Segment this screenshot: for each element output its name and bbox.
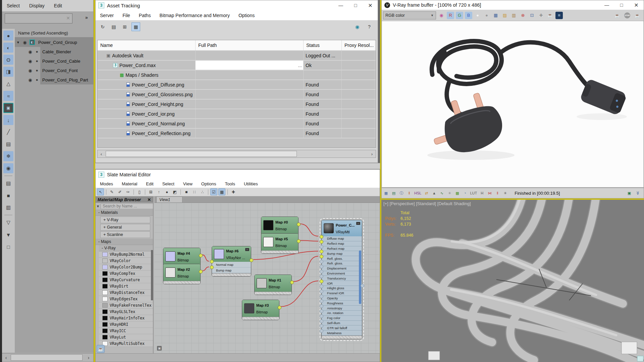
browser-map-vrayglsltex[interactable]: VRayGLSLTex bbox=[99, 309, 153, 315]
browser-map-vraydirt[interactable]: VRayDirt bbox=[99, 283, 153, 290]
visibility-eye-icon[interactable]: ◉ bbox=[27, 68, 34, 73]
display-frozen-objects-button[interactable]: ❄ bbox=[3, 151, 13, 161]
pixel-info-button[interactable]: ⓘ bbox=[398, 190, 405, 196]
duplicate-to-host-button[interactable]: ⊡ bbox=[528, 12, 536, 19]
input-socket-reflect-map[interactable] bbox=[320, 240, 323, 244]
tree-row-power-cord-group[interactable]: ▼◉◧Power_Cord_Group bbox=[15, 38, 93, 47]
menu-item-paths[interactable]: Paths bbox=[135, 10, 155, 20]
node-map1[interactable]: Map #1 Bitmap bbox=[254, 275, 292, 295]
display-lights-button[interactable]: ʘ bbox=[3, 55, 13, 65]
output-socket[interactable] bbox=[297, 223, 301, 226]
browser-section-materials[interactable]: - Materials bbox=[96, 209, 153, 216]
close-button[interactable]: ✕ bbox=[363, 0, 378, 10]
stop-render-button[interactable]: STOP bbox=[624, 12, 631, 19]
input-socket-bump[interactable] bbox=[210, 265, 214, 269]
view-solid-button[interactable]: ■ bbox=[3, 190, 13, 200]
table-view-button[interactable]: ▦ bbox=[131, 22, 140, 31]
view-detail-button[interactable]: ▥ bbox=[3, 202, 13, 213]
srgb-button[interactable]: ‖ bbox=[494, 190, 500, 196]
alpha-channel-button[interactable]: ● bbox=[474, 12, 481, 19]
display-frozen-button[interactable]: ▤ bbox=[3, 139, 13, 149]
levels-button[interactable]: ▲ bbox=[431, 190, 437, 196]
browser-group-scanline[interactable]: + Scanline bbox=[100, 231, 150, 238]
visibility-eye-icon[interactable]: ◉ bbox=[21, 40, 28, 45]
node-scroll-pill[interactable] bbox=[359, 250, 361, 304]
display-cameras-button[interactable]: ◨ bbox=[3, 67, 13, 77]
scroll-thumb[interactable] bbox=[106, 151, 297, 157]
menu-item-server[interactable]: Server bbox=[96, 10, 118, 20]
close-icon[interactable]: ✕ bbox=[148, 197, 151, 202]
background-swatch-button[interactable]: ■ bbox=[183, 188, 190, 195]
tree-column-header[interactable]: Name (Sorted Ascending) bbox=[15, 29, 93, 38]
expand-triangle-icon[interactable]: ▼ bbox=[15, 41, 21, 44]
viewport-label[interactable]: [+] [Perspective] [Standard] [Default Sh… bbox=[383, 201, 471, 206]
menu-item-options[interactable]: Options bbox=[197, 180, 221, 188]
menu-item-file[interactable]: File bbox=[118, 10, 135, 20]
browser-map-vraylut[interactable]: VRayLut bbox=[99, 334, 153, 341]
show-list-button[interactable]: ▤ bbox=[391, 190, 397, 196]
filter-button[interactable]: ▼ bbox=[3, 230, 13, 240]
visibility-eye-icon[interactable]: ◉ bbox=[27, 59, 34, 64]
slot-opacity[interactable]: Opacity bbox=[322, 296, 362, 301]
asset-tracking-titlebar[interactable]: 3 Asset Tracking — □ ✕ bbox=[96, 0, 378, 10]
scroll-right-icon[interactable]: › bbox=[85, 354, 93, 361]
collapse-node-button[interactable]: – bbox=[356, 222, 360, 225]
scroll-right-icon[interactable]: › bbox=[368, 150, 376, 158]
tree-row-power-cord-plug-part[interactable]: ◉●Power_Cord_Plug_Part bbox=[15, 75, 93, 84]
browser-map-vraycolor2bump[interactable]: VRayColor2Bump bbox=[99, 264, 153, 270]
node-map3[interactable]: Map #3 Bitmap bbox=[242, 300, 279, 320]
browser-map-vrayfakefresneltex[interactable]: VRayFakeFresnelTex bbox=[99, 302, 153, 309]
visibility-eye-icon[interactable]: ◉ bbox=[27, 77, 34, 82]
show-parameters-button[interactable]: ☑ bbox=[210, 188, 217, 195]
lock-icon[interactable]: ▣ bbox=[157, 346, 162, 351]
browser-header[interactable]: Material/Map Browser ✕ bbox=[96, 196, 153, 203]
input-socket-opacity[interactable] bbox=[320, 295, 323, 298]
color-wheel-button[interactable]: ◉ bbox=[438, 12, 445, 19]
save-image-button[interactable]: ▦ bbox=[492, 12, 499, 19]
display-groups-button[interactable]: ▣ bbox=[3, 103, 13, 113]
node-map6-vraynormal[interactable]: Map #6 VRayNor ... – Normal map Bump map bbox=[212, 246, 251, 277]
slot-gtr-tail-falloff[interactable]: GTR tail falloff bbox=[322, 325, 362, 330]
display-shapes-button[interactable]: ◐ bbox=[3, 43, 13, 53]
browser-map-vrayicc[interactable]: VRayICC bbox=[99, 328, 153, 334]
input-socket-refract-map[interactable] bbox=[320, 245, 323, 249]
show-controller-window-button[interactable]: ▦ bbox=[218, 188, 225, 195]
ocio-button[interactable]: H bbox=[479, 190, 485, 196]
output-socket[interactable] bbox=[250, 258, 253, 262]
region-render-button[interactable]: ☕ bbox=[546, 12, 554, 19]
table-row-autodesk-vault[interactable]: ▣Autodesk VaultLogged Out ... bbox=[98, 51, 376, 61]
slot-diffuse-map[interactable]: Diffuse map bbox=[322, 236, 362, 241]
force-colors-button[interactable]: ‖ bbox=[406, 190, 412, 196]
slot-metalness[interactable]: Metalness bbox=[322, 330, 362, 336]
browser-search-input[interactable] bbox=[101, 203, 154, 209]
workspace-box-button[interactable]: □ bbox=[3, 242, 13, 252]
perspective-viewport[interactable]: [+] [Perspective] [Standard] [Default Sh… bbox=[381, 200, 644, 362]
slot-fog-color[interactable]: Fog color bbox=[322, 316, 362, 321]
node-map5[interactable]: Map #5 Bitmap bbox=[261, 233, 299, 254]
menu-item-modes[interactable]: Modes bbox=[96, 180, 117, 188]
table-row-power-cord-ior-png[interactable]: Power_Cord_ior.pngFound bbox=[98, 109, 376, 119]
sort-b-button[interactable]: ∴ bbox=[199, 188, 206, 195]
scroll-left-icon[interactable]: ‹ bbox=[2, 354, 10, 361]
menu-item-utilities[interactable]: Utilities bbox=[239, 180, 262, 188]
pick-material-button[interactable]: ✎ bbox=[108, 188, 115, 195]
put-to-library-button[interactable]: ✐ bbox=[116, 188, 123, 195]
asset-table-hscrollbar[interactable]: ‹ › bbox=[97, 150, 376, 158]
browser-map-vrayedgestex[interactable]: VRayEdgesTex bbox=[99, 296, 153, 302]
slot-self-illum[interactable]: Self-illum bbox=[322, 321, 362, 326]
put-to-scene-button[interactable]: ✑ bbox=[124, 188, 131, 195]
pan-zoom-tool-button[interactable]: ✚ bbox=[230, 188, 237, 195]
cell-full-path[interactable]: ... bbox=[196, 61, 304, 70]
slot-displacement[interactable]: Displacement bbox=[322, 266, 362, 271]
dither-button[interactable]: ✳ bbox=[502, 190, 508, 196]
column-header-status[interactable]: Status bbox=[304, 40, 342, 50]
slot-translucency[interactable]: Translucency bbox=[322, 276, 362, 281]
view-list-button[interactable]: ▤ bbox=[3, 178, 13, 188]
column-header-proxy-resol[interactable]: Proxy Resol... bbox=[342, 40, 375, 50]
column-header-full-path[interactable]: Full Path bbox=[196, 40, 304, 50]
collapse-node-button[interactable]: – bbox=[245, 248, 249, 251]
exposure-button[interactable]: ✳ bbox=[446, 190, 452, 196]
channel-dropdown[interactable]: RGB color ▼ bbox=[383, 11, 436, 19]
output-socket[interactable] bbox=[278, 306, 281, 309]
slot-hilight-gloss[interactable]: Hilight gloss bbox=[322, 286, 362, 291]
